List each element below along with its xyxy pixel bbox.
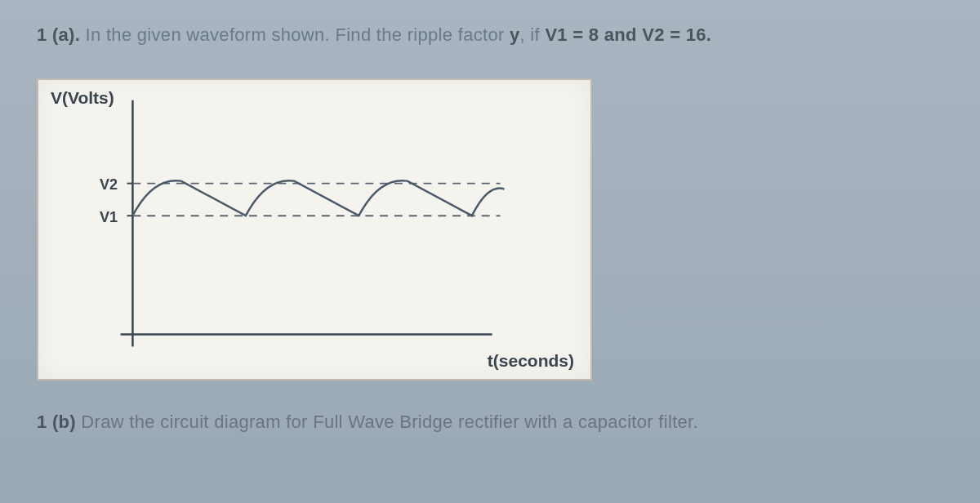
document-content: 1 (a). In the given waveform shown. Find… xyxy=(0,0,980,457)
question-1a-prefix: 1 (a). xyxy=(37,24,80,45)
waveform-svg xyxy=(38,80,590,379)
question-1a-y: y xyxy=(510,24,520,45)
question-1b-prefix: 1 (b) xyxy=(37,412,76,432)
ripple-waveform-path xyxy=(132,180,504,216)
question-1b-body: Draw the circuit diagram for Full Wave B… xyxy=(76,412,698,432)
waveform-chart: V(Volts) V2 V1 t(seconds) xyxy=(37,78,592,381)
question-1a-condition: V1 = 8 and V2 = 16. xyxy=(545,24,711,45)
question-1a-body1: In the given waveform shown. Find the ri… xyxy=(80,24,510,45)
question-1b: 1 (b) Draw the circuit diagram for Full … xyxy=(37,412,943,433)
question-1a-body2: , if xyxy=(520,24,546,45)
question-1a: 1 (a). In the given waveform shown. Find… xyxy=(37,24,943,46)
